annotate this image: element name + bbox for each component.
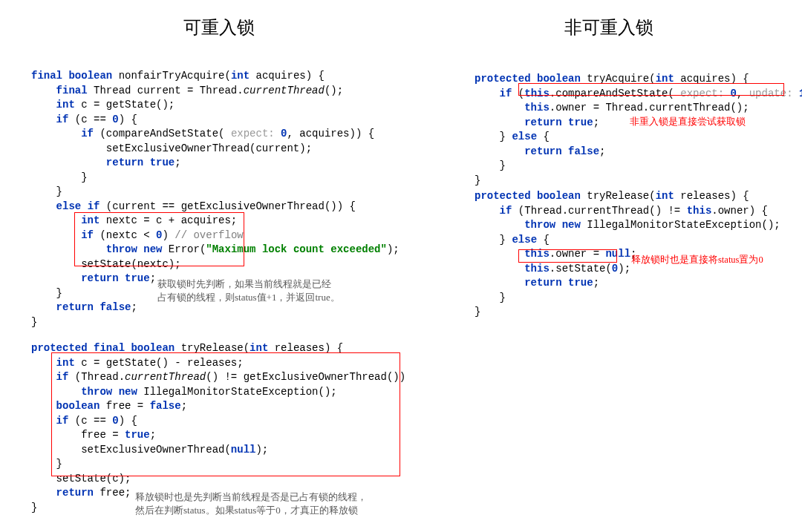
highlight-box-set-state — [518, 249, 617, 263]
annotation-release-left: 释放锁时也是先判断当前线程是否是已占有锁的线程，然后在判断status。如果st… — [135, 490, 367, 517]
highlight-box-nextc — [74, 212, 244, 266]
heading-nonreentrant: 非可重入锁 — [564, 16, 653, 39]
heading-reentrant: 可重入锁 — [183, 16, 255, 39]
highlight-box-release-body — [51, 352, 400, 476]
highlight-box-compare-and-set — [518, 83, 784, 96]
annotation-acquire-left: 获取锁时先判断，如果当前线程就是已经占有锁的线程，则status值+1，并返回t… — [157, 278, 340, 304]
annotation-release-right: 释放锁时也是直接将status置为0 — [631, 253, 763, 266]
annotation-acquire-right: 非重入锁是直接尝试获取锁 — [630, 115, 746, 128]
